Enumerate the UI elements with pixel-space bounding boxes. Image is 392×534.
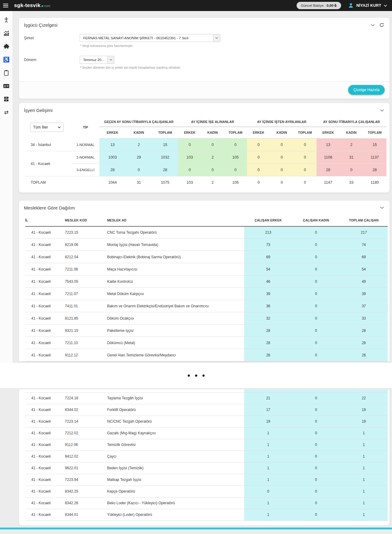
wheelchair-icon[interactable]: ♿ [3, 56, 10, 63]
occupation-row: 41 - Kocaeli9112.12Genel Alan Temizleme … [25, 349, 388, 361]
value-cell: 0 [270, 139, 294, 151]
total-count-cell: 37 [340, 300, 388, 312]
male-count-cell: 213 [244, 226, 292, 239]
ellipsis-dot-icon [195, 375, 197, 377]
male-count-cell: 32 [244, 312, 292, 325]
city-cell: 41 - Kocaeli [25, 300, 65, 312]
value-cell: 0 [293, 176, 317, 189]
female-count-cell: 0 [292, 300, 340, 312]
value-cell: 13 [317, 139, 340, 151]
female-count-cell: 0 [292, 427, 340, 439]
occupation-row: 41 - Kocaeli8344.02Forklift Operatörü170… [25, 404, 388, 416]
user-name: NİYAZİ KURT [356, 3, 381, 8]
collapse-chevron-icon[interactable] [380, 206, 384, 209]
male-count-cell: 36 [244, 300, 292, 312]
occupation-code-cell: 7223.15 [65, 226, 107, 239]
hamburger-menu-icon[interactable] [3, 3, 9, 8]
city-cell: 41 - Kocaeli [25, 263, 65, 275]
city-cell: 41 - Kocaeli [25, 509, 65, 521]
value-cell: 13 [99, 139, 126, 151]
occupations-table-continued: 41 - Kocaeli7224.16Taşlama Tezgâh İşçisi… [25, 389, 388, 521]
accessibility-icon[interactable] [3, 16, 10, 24]
company-select[interactable]: FERNAS METAL SANAYİ ANONİM ŞİRKETİ - 061… [80, 34, 220, 42]
total-count-cell: 19 [340, 416, 388, 427]
prepare-schedule-button[interactable]: Çizelge Hazırla [348, 85, 385, 95]
value-cell: 2 [201, 176, 224, 189]
total-count-cell: 1 [340, 462, 388, 474]
value-cell: 2 [340, 139, 363, 151]
logo-suffix: com [44, 4, 50, 8]
male-count-cell: 1 [244, 509, 292, 521]
female-count-cell: 0 [292, 392, 340, 404]
type-cell: 1-NORMAL [71, 139, 99, 151]
male-count-cell: 54 [244, 263, 292, 275]
period-select[interactable]: Temmuz 20... [80, 56, 114, 64]
value-cell: 1075 [152, 176, 178, 189]
transfer-arrows-icon[interactable]: ⇄ [3, 109, 10, 116]
puzzle-icon[interactable] [3, 43, 10, 50]
logo-text: sgk-tesvik [14, 2, 40, 9]
city-filter-select[interactable]: Tüm İller [30, 123, 64, 132]
occupation-code-cell: 8219.06 [65, 239, 107, 251]
collapse-chevron-icon[interactable] [371, 24, 375, 26]
occupation-row: 41 - Kocaeli8342.26Beko Loder (Kazıcı - … [25, 497, 388, 509]
clipboard-icon[interactable] [3, 69, 10, 76]
value-cell: 0 [270, 176, 294, 189]
value-cell: 105 [224, 151, 247, 164]
column-header-il: İL [25, 214, 65, 226]
male-count-cell: 46 [244, 275, 292, 288]
occupation-code-cell: 7223.94 [65, 474, 107, 486]
occupation-name-cell: Genel Alan Temizleme Görevlisi/Meydancı [107, 349, 244, 361]
chart-trend-icon[interactable] [3, 29, 10, 37]
value-cell: 1044 [99, 176, 126, 189]
city-cell: 41 - Kocaeli [25, 151, 71, 176]
occupation-row: 41 - Kocaeli8121.85Döküm Ocakçısı32033 [25, 312, 388, 325]
value-cell: 0 [270, 151, 294, 164]
occupation-row: 41 - Kocaeli7212.02Gazaltı (Mıg-Mag) Kay… [25, 427, 388, 439]
occupations-panel: Mesleklere Göre Dağılım İL MESLEK KOD [19, 201, 390, 362]
occupation-row: 41 - Kocaeli7224.16Taşlama Tezgâh İşçisi… [25, 392, 388, 404]
male-count-cell: 73 [244, 239, 292, 251]
male-count-cell: 26 [244, 349, 292, 361]
workforce-schedule-panel: İşgücü Çizelgesi Şirket FERNAS METAL SAN… [19, 18, 390, 99]
column-group-hired: AY İÇİNDE İŞE ALINANLAR [178, 116, 247, 127]
subheader-erkek: ERKEK [247, 127, 270, 139]
city-cell: 41 - Kocaeli [25, 439, 65, 451]
male-count-cell: 39 [244, 288, 292, 300]
subheader-kadin: KADIN [340, 127, 363, 139]
workplace-development-panel: İşyeri Gelişimi [19, 103, 390, 193]
occupation-row: 41 - Kocaeli8342.25Kepçe Operatörü001 [25, 486, 388, 497]
total-count-cell: 54 [340, 263, 388, 275]
male-count-cell: 1 [244, 451, 292, 462]
occupation-name-cell: NC/CNC Tezgah Operatörü [107, 416, 244, 427]
bottom-gap [0, 525, 392, 528]
female-count-cell: 0 [292, 263, 340, 275]
occupation-code-cell: 9622.01 [65, 462, 107, 474]
male-count-cell: 0 [244, 486, 292, 497]
city-cell: 41 - Kocaeli [25, 404, 65, 416]
ellipsis-dot-icon [188, 375, 190, 377]
period-hint: * Seçilen dönemin tüm iş yerleri için te… [80, 66, 181, 69]
user-menu[interactable]: NİYAZİ KURT [348, 2, 387, 9]
value-cell: 15 [152, 139, 178, 151]
period-select-value: Temmuz 20... [80, 56, 107, 63]
server-icon[interactable] [3, 95, 10, 103]
panel-title-development: İşyeri Gelişimi [24, 108, 52, 113]
female-count-cell: 0 [292, 497, 340, 509]
occupation-name-cell: Matkap Tezgah İşçisi [107, 474, 244, 486]
occupation-name-cell: Beko Loder (Kazıcı - Yükleyici) Operatör… [107, 497, 244, 509]
total-count-cell: 1 [340, 451, 388, 462]
refresh-icon[interactable] [379, 23, 384, 27]
occupation-row: 41 - Kocaeli7411.01Bakım ve Onarım Elekt… [25, 300, 388, 312]
occupation-code-cell: 9112.12 [65, 349, 107, 361]
occupation-row: 41 - Kocaeli9622.01Beden İşçisi (Temizli… [25, 462, 388, 474]
id-card-icon[interactable] [3, 82, 10, 90]
male-count-cell: 19 [244, 416, 292, 427]
total-count-cell: 19 [340, 404, 388, 416]
occupation-name-cell: Taşlama Tezgâh İşçisi [107, 392, 244, 404]
occupation-name-cell: CNC Torna Tezgahı Operatörü [107, 226, 244, 239]
app-logo[interactable]: sgk-tesvik com [14, 2, 50, 9]
development-row: 41 - Kocaeli1-NORMAL10032910321032105000… [25, 151, 386, 164]
collapse-chevron-icon[interactable] [380, 109, 384, 112]
type-cell: 1-NORMAL [71, 151, 99, 164]
